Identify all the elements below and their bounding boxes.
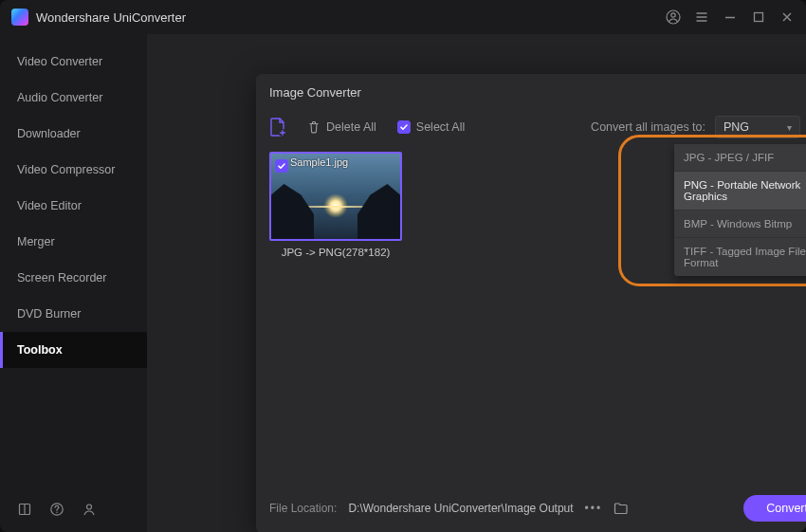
dialog-header: Image Converter ✕ (256, 74, 806, 110)
image-converter-dialog: Image Converter ✕ Delete All (256, 74, 806, 532)
sidebar-item-video-converter[interactable]: Video Converter (0, 44, 147, 80)
sidebar-item-merger[interactable]: Merger (0, 224, 147, 260)
select-all-label: Select All (416, 120, 465, 134)
format-select-value: PNG (724, 120, 749, 134)
library-icon[interactable] (17, 502, 32, 517)
format-select[interactable]: PNG ▾ (715, 116, 800, 138)
svg-point-1 (671, 13, 675, 17)
account-icon[interactable] (666, 9, 681, 25)
sidebar-item-toolbox[interactable]: Toolbox (0, 332, 147, 368)
close-button[interactable] (779, 9, 795, 25)
convert-button[interactable]: Convert (743, 495, 806, 522)
add-file-button[interactable] (269, 118, 286, 137)
delete-all-button[interactable]: Delete All (307, 120, 376, 134)
sidebar: Video Converter Audio Converter Download… (0, 34, 147, 532)
format-option-tiff[interactable]: TIFF - Tagged Image File Format (674, 238, 806, 276)
sidebar-item-audio-converter[interactable]: Audio Converter (0, 80, 147, 116)
sidebar-item-video-editor[interactable]: Video Editor (0, 188, 147, 224)
sidebar-item-dvd-burner[interactable]: DVD Burner (0, 296, 147, 332)
file-thumbnail[interactable]: Sample1.jpg JPG -> PNG(278*182) (269, 152, 402, 258)
sidebar-bottom-icons (0, 492, 147, 532)
sidebar-item-screen-recorder[interactable]: Screen Recorder (0, 260, 147, 296)
window-controls (666, 9, 795, 25)
checkbox-icon (397, 120, 411, 134)
dialog-toolbar: Delete All Select All Convert all images… (256, 110, 806, 144)
file-checkbox[interactable] (275, 157, 288, 174)
menu-icon[interactable] (694, 9, 709, 25)
app-body: Video Converter Audio Converter Download… (0, 34, 806, 532)
select-all-checkbox[interactable]: Select All (397, 120, 465, 134)
help-icon[interactable] (49, 502, 64, 517)
sidebar-item-video-compressor[interactable]: Video Compressor (0, 152, 147, 188)
format-option-bmp[interactable]: BMP - Windows Bitmp (674, 211, 806, 238)
open-folder-button[interactable] (614, 502, 629, 515)
trash-icon (307, 120, 321, 134)
app-window: Wondershare UniConverter Video Converter… (0, 0, 806, 532)
format-option-jpg[interactable]: JPG - JPEG / JFIF (674, 144, 806, 172)
dialog-title: Image Converter (269, 85, 361, 100)
file-location-path: D:\Wondershare UniConverter\Image Output (348, 502, 573, 515)
chevron-down-icon: ▾ (787, 122, 792, 133)
dialog-footer: File Location: D:\Wondershare UniConvert… (256, 484, 806, 532)
app-title: Wondershare UniConverter (36, 10, 186, 25)
convert-all-label: Convert all images to: (591, 120, 705, 134)
dialog-content: Sample1.jpg JPG -> PNG(278*182) JPG - JP… (256, 144, 806, 484)
svg-rect-2 (755, 13, 763, 22)
thumbnail-image: Sample1.jpg (269, 152, 402, 241)
file-name-label: Sample1.jpg (290, 156, 348, 168)
svg-point-5 (56, 512, 57, 513)
delete-all-label: Delete All (326, 120, 376, 134)
maximize-button[interactable] (751, 9, 766, 25)
svg-point-6 (87, 504, 92, 509)
app-logo-icon (11, 9, 28, 26)
sidebar-item-downloader[interactable]: Downloader (0, 116, 147, 152)
user-icon[interactable] (82, 502, 97, 517)
title-bar: Wondershare UniConverter (0, 0, 806, 34)
minimize-button[interactable] (723, 9, 738, 25)
format-option-png[interactable]: PNG - Portable Network Graphics (674, 172, 806, 211)
main-panel: ata tadata om CD Image Converter ✕ (147, 34, 806, 532)
file-location-label: File Location: (269, 502, 337, 515)
format-dropdown-menu: JPG - JPEG / JFIF PNG - Portable Network… (674, 144, 806, 276)
file-caption: JPG -> PNG(278*182) (269, 247, 402, 258)
browse-path-button[interactable]: ••• (585, 502, 603, 515)
